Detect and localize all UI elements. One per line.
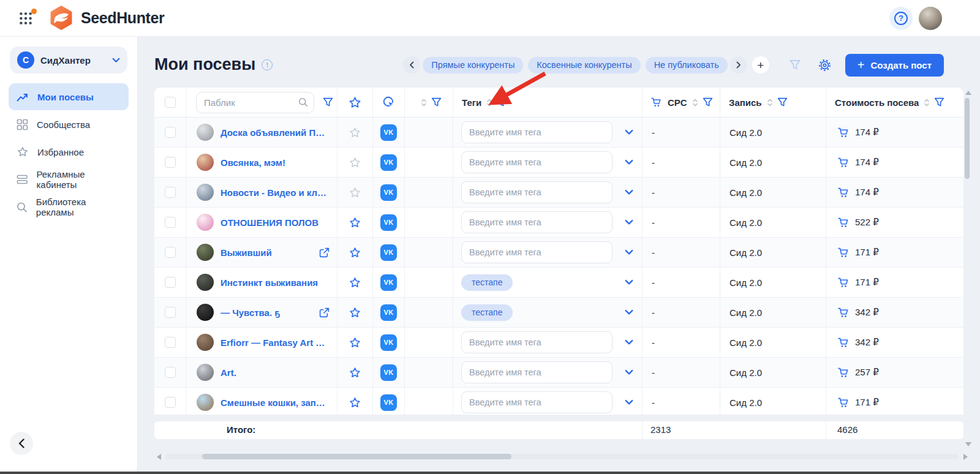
sidebar-item-ad-library[interactable]: Библиотека рекламы [9,194,129,220]
chevron-down-icon[interactable] [625,189,633,195]
tag-name-input[interactable] [461,391,612,413]
community-name-link[interactable]: Новости - Видео и кли… [221,187,330,198]
vk-icon[interactable]: VK [380,244,397,261]
favorites-column-icon[interactable] [348,96,362,110]
vk-icon[interactable]: VK [380,274,397,291]
row-checkbox[interactable] [165,127,176,138]
cart-icon[interactable] [838,367,850,378]
community-name-link[interactable]: Овсянка, мэм! [221,157,285,168]
app-launcher-icon[interactable] [18,11,33,26]
vscroll-thumb[interactable] [965,98,970,179]
chevron-down-icon[interactable] [625,339,633,345]
vscroll-up-arrow[interactable] [965,91,971,95]
source-filter-icon[interactable] [431,97,442,107]
vk-icon[interactable]: VK [380,394,397,411]
cart-icon[interactable] [838,397,850,408]
sort-icon[interactable] [486,98,492,107]
tag-name-input[interactable] [461,151,612,173]
account-switcher[interactable]: С СидХантер [10,47,127,73]
tag-chip[interactable]: тестапе [461,304,513,321]
row-checkbox[interactable] [165,217,176,228]
cart-icon[interactable] [838,307,850,318]
help-button[interactable]: ? [889,7,913,30]
vk-icon[interactable]: VK [380,154,397,171]
chips-prev-button[interactable] [403,56,420,73]
row-checkbox[interactable] [165,397,176,408]
sort-icon[interactable] [692,98,698,107]
vk-icon[interactable]: VK [380,124,397,141]
sidebar-item-ad-cabinets[interactable]: Рекламные кабинеты [9,166,129,193]
community-name-link[interactable]: Инстинкт выживания [221,277,318,288]
chevron-down-icon[interactable] [625,159,633,165]
cart-icon[interactable] [838,127,850,138]
source-target-icon[interactable] [382,96,396,109]
vscroll-down-arrow[interactable] [965,442,971,446]
community-name-link[interactable]: ОТНОШЕНИЯ ПОЛОВ [221,217,318,228]
favorite-star-icon[interactable] [349,126,361,139]
chevron-down-icon[interactable] [625,309,633,315]
favorite-star-icon[interactable] [349,306,361,319]
favorite-star-icon[interactable] [349,246,361,259]
favorite-star-icon[interactable] [349,396,361,409]
add-tag-button[interactable]: + [752,56,769,73]
hscroll-right-arrow[interactable] [963,454,968,460]
community-name-link[interactable]: Erfiorr — Fantasy Art D… [221,337,330,348]
info-icon[interactable]: ! [262,59,273,70]
cart-icon[interactable] [838,277,850,288]
row-checkbox[interactable] [165,187,176,198]
favorite-star-icon[interactable] [349,336,361,349]
vk-icon[interactable]: VK [380,364,397,381]
user-avatar[interactable] [919,7,942,30]
cost-filter-icon[interactable] [934,97,944,107]
chevron-down-icon[interactable] [625,129,633,135]
tag-name-input[interactable] [461,331,612,353]
tag-chip-indirect-competitors[interactable]: Косвенные конкуренты [528,57,640,73]
sidebar-collapse-button[interactable] [10,432,33,455]
sidebar-item-my-seedings[interactable]: Мои посевы [9,83,129,110]
tag-name-input[interactable] [461,181,612,203]
record-filter-icon[interactable] [777,97,788,107]
vk-icon[interactable]: VK [380,184,397,201]
favorite-star-icon[interactable] [349,186,361,199]
favorite-star-icon[interactable] [349,366,361,379]
tag-name-input[interactable] [461,121,612,143]
row-checkbox[interactable] [165,247,176,258]
tag-name-input[interactable] [461,211,612,233]
row-checkbox[interactable] [165,277,176,288]
favorite-star-icon[interactable] [349,276,361,289]
sidebar-item-favorites[interactable]: Избранное [9,138,129,165]
cpc-filter-icon[interactable] [703,97,713,107]
community-name-link[interactable]: Смешные кошки, запи… [221,397,330,408]
chevron-down-icon[interactable] [625,279,633,285]
tag-chip-direct-competitors[interactable]: Прямые конкуренты [423,57,523,73]
row-checkbox[interactable] [165,337,176,348]
chevron-down-icon[interactable] [625,249,633,255]
cart-icon[interactable] [838,187,850,198]
create-post-button[interactable]: + Создать пост [845,54,944,77]
cart-icon[interactable] [838,217,850,228]
community-name-link[interactable]: Art. [221,367,236,378]
favorite-star-icon[interactable] [349,216,361,229]
publik-filter-icon[interactable] [323,97,333,107]
vk-icon[interactable]: VK [380,214,397,231]
select-all-checkbox[interactable] [165,97,176,108]
cart-icon[interactable] [838,157,850,168]
cart-icon[interactable] [838,337,850,348]
vk-icon[interactable]: VK [380,304,397,321]
community-name-link[interactable]: Выживший [221,247,272,258]
tags-filter-icon[interactable] [497,97,507,107]
vk-icon[interactable]: VK [380,334,397,351]
sidebar-item-communities[interactable]: Сообщества [9,111,129,138]
sort-icon[interactable] [767,98,773,107]
sort-icon[interactable] [421,98,427,107]
tag-name-input[interactable] [461,241,612,263]
chevron-down-icon[interactable] [625,369,633,375]
row-checkbox[interactable] [165,157,176,168]
sort-icon[interactable] [924,98,930,107]
publik-search-input[interactable] [196,92,314,113]
community-name-link[interactable]: — Чувства. ҕ [221,307,280,318]
hscroll-left-arrow[interactable] [157,454,161,460]
row-checkbox[interactable] [165,307,176,318]
chevron-down-icon[interactable] [625,399,633,405]
community-name-link[interactable]: Доска объявлений Пе… [221,127,330,138]
